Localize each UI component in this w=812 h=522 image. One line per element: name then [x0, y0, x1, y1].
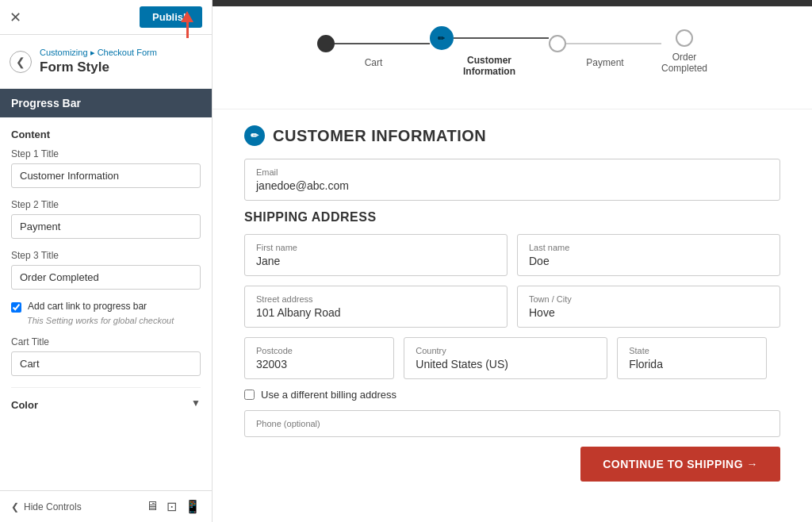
step2-label: Step 2 Title — [11, 199, 201, 210]
last-name-label: Last name — [529, 243, 768, 252]
steps-container: Cart ✏ CustomerInformation Payment — [244, 22, 780, 101]
hide-controls-arrow-icon: ❮ — [11, 501, 19, 512]
step-payment-line-group — [549, 35, 661, 52]
step2-input[interactable] — [11, 214, 201, 239]
step-order-line-group — [676, 29, 693, 47]
step-cart: Cart — [317, 35, 430, 68]
name-row: First name Jane Last name Doe — [244, 234, 780, 276]
billing-checkbox[interactable] — [244, 390, 255, 400]
breadcrumb-content: Customizing ▸ Checkout Form Form Style — [40, 48, 157, 75]
arrow-stem — [186, 22, 189, 38]
email-field-box: Email janedoe@abc.com — [244, 159, 780, 201]
bottom-bar: ❮ Hide Controls 🖥 ⊡ 📱 — [0, 490, 212, 522]
country-label: Country — [416, 346, 596, 355]
step-order-label: OrderCompleted — [661, 52, 707, 74]
tablet-icon[interactable]: ⊡ — [167, 499, 177, 514]
breadcrumb-title: Form Style — [40, 59, 157, 75]
step3-label: Step 3 Title — [11, 250, 201, 261]
state-value: Florida — [629, 358, 755, 370]
breadcrumb: Customizing ▸ Checkout Form — [40, 48, 157, 58]
continue-button[interactable]: CONTINUE TO SHIPPING → — [580, 447, 780, 482]
desktop-icon[interactable]: 🖥 — [146, 499, 159, 514]
main-preview: Cart ✏ CustomerInformation Payment — [213, 0, 812, 522]
step-cart-circle — [317, 35, 335, 52]
billing-checkbox-row: Use a different billing address — [244, 389, 780, 401]
postcode-value: 32003 — [256, 358, 382, 370]
hide-controls-label: Hide Controls — [24, 501, 82, 512]
cart-link-label: Add cart link to progress bar — [28, 301, 147, 312]
street-address-value: 101 Albany Road — [256, 306, 496, 319]
state-label: State — [629, 346, 755, 355]
panel-content: Content Step 1 Title Step 2 Title Step 3… — [0, 117, 212, 490]
cart-link-checkbox[interactable] — [11, 302, 21, 313]
first-name-label: First name — [256, 243, 496, 252]
state-box: State Florida — [617, 337, 767, 379]
town-city-value: Hove — [529, 306, 768, 319]
cart-title-input[interactable] — [11, 351, 201, 376]
town-city-box: Town / City Hove — [517, 286, 780, 328]
cart-link-checkbox-row: Add cart link to progress bar — [11, 301, 201, 313]
color-label: Color — [11, 399, 38, 411]
step-customer-line-group: ✏ — [430, 26, 549, 50]
publish-arrow — [181, 11, 193, 38]
breadcrumb-area: ❮ Customizing ▸ Checkout Form Form Style — [0, 35, 212, 89]
step2-group: Step 2 Title — [11, 199, 201, 239]
section-header: Progress Bar — [0, 89, 212, 117]
step-order-circle — [676, 29, 693, 47]
last-name-value: Doe — [529, 255, 768, 267]
postcode-label: Postcode — [256, 346, 382, 355]
step-line-1 — [335, 43, 430, 44]
top-bar: ✕ Publish — [0, 0, 212, 35]
cart-title-label: Cart Title — [11, 336, 201, 347]
hide-controls-button[interactable]: ❮ Hide Controls — [11, 501, 82, 512]
breadcrumb-part1: Customizing — [40, 48, 88, 57]
mobile-icon[interactable]: 📱 — [185, 499, 201, 514]
step-payment: Payment — [549, 35, 661, 68]
step3-group: Step 3 Title — [11, 250, 201, 290]
email-value: janedoe@abc.com — [256, 179, 768, 192]
street-address-box: Street address 101 Albany Road — [244, 286, 508, 328]
color-section: Color ▼ — [11, 387, 201, 412]
first-name-value: Jane — [256, 255, 496, 267]
step-customer-label: CustomerInformation — [463, 55, 515, 77]
step-payment-circle — [549, 35, 566, 52]
step-cart-line-group — [317, 35, 430, 52]
step-line-3 — [566, 43, 661, 44]
pencil-icon: ✏ — [438, 33, 445, 44]
town-city-label: Town / City — [529, 294, 768, 304]
customer-info-title: CUSTOMER INFORMATION — [273, 127, 486, 145]
street-address-label: Street address — [256, 294, 496, 304]
country-box: Country United States (US) — [404, 337, 607, 379]
step-order-completed: OrderCompleted — [661, 29, 707, 74]
breadcrumb-separator: ▸ — [88, 48, 98, 57]
step-line-2 — [454, 37, 549, 39]
billing-checkbox-label: Use a different billing address — [261, 389, 396, 401]
step1-input[interactable] — [11, 163, 201, 188]
progress-section: Cart ✏ CustomerInformation Payment — [213, 6, 812, 109]
address-row: Street address 101 Albany Road Town / Ci… — [244, 286, 780, 328]
country-value: United States (US) — [416, 358, 596, 370]
close-button[interactable]: ✕ — [10, 10, 21, 25]
last-name-box: Last name Doe — [517, 234, 780, 276]
cart-title-group: Cart Title — [11, 336, 201, 376]
edit-icon: ✏ — [244, 125, 265, 146]
step-cart-label: Cart — [365, 57, 383, 68]
step1-group: Step 1 Title — [11, 148, 201, 188]
location-row: Postcode 32003 Country United States (US… — [244, 337, 780, 379]
device-icons: 🖥 ⊡ 📱 — [146, 499, 201, 514]
shipping-title: SHIPPING ADDRESS — [244, 210, 780, 225]
step3-input[interactable] — [11, 265, 201, 290]
color-arrow-icon: ▼ — [191, 397, 201, 409]
arrow-up-icon — [181, 11, 193, 22]
step-payment-label: Payment — [586, 57, 623, 68]
step-customer-circle: ✏ — [430, 26, 454, 50]
back-button[interactable]: ❮ — [10, 51, 32, 73]
step1-label: Step 1 Title — [11, 148, 201, 159]
step-customer: ✏ CustomerInformation — [430, 26, 549, 77]
email-label: Email — [256, 167, 768, 177]
first-name-box: First name Jane — [244, 234, 508, 276]
left-panel: ✕ Publish ❮ Customizing ▸ Checkout Form … — [0, 0, 213, 522]
form-section-title: ✏ CUSTOMER INFORMATION — [244, 125, 780, 146]
postcode-box: Postcode 32003 — [244, 337, 394, 379]
cart-link-hint: This Setting works for global checkout — [27, 316, 201, 325]
